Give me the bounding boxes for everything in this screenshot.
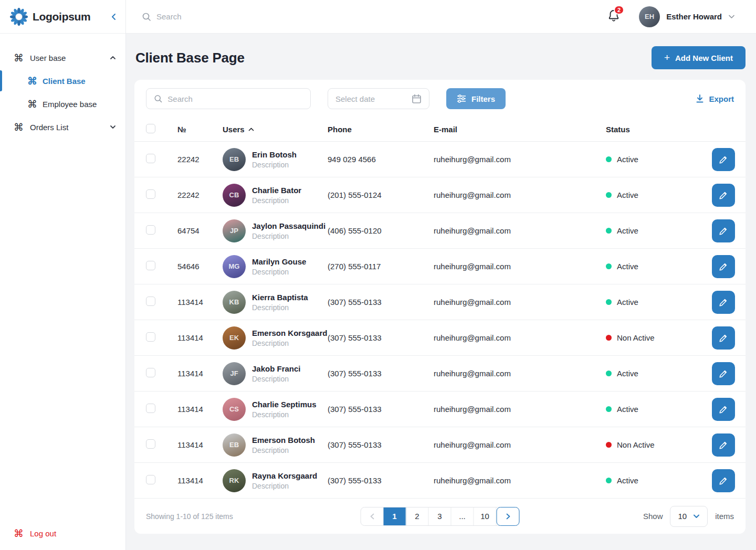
sidebar-item-label: Employee base [43, 100, 116, 109]
user-name: Emerson Korsgaard [252, 329, 327, 337]
row-checkbox[interactable] [146, 189, 155, 199]
row-checkbox[interactable] [146, 332, 155, 342]
edit-button[interactable] [712, 398, 735, 421]
page-button[interactable]: 1 [384, 507, 406, 525]
table-row: 113414CSCharlie SeptimusDescription(307)… [134, 392, 746, 427]
pagination-summary: Showing 1-10 of 125 items [146, 512, 233, 521]
row-id: 113414 [177, 298, 223, 306]
row-checkbox[interactable] [146, 297, 155, 306]
row-checkbox[interactable] [146, 475, 155, 484]
row-checkbox[interactable] [146, 154, 155, 163]
user-description: Description [252, 410, 317, 419]
sidebar-item-orders-list[interactable]: ⌘ Orders List [0, 115, 125, 139]
pencil-icon [719, 476, 728, 485]
edit-button[interactable] [712, 291, 735, 314]
column-header-users[interactable]: Users [223, 125, 328, 134]
table-row: 113414EBEmerson BotoshDescription(307) 5… [134, 427, 746, 463]
row-checkbox[interactable] [146, 225, 155, 235]
edit-button[interactable] [712, 433, 735, 457]
add-new-client-button[interactable]: + Add New Client [652, 46, 746, 69]
row-id: 113414 [177, 333, 223, 342]
export-button[interactable]: Export [696, 94, 734, 103]
filters-button[interactable]: Filters [446, 88, 506, 109]
topbar: 2 EH Esther Howard [126, 0, 756, 34]
email: ruheihurg@gmail.com [434, 226, 606, 235]
email: ruheihurg@gmail.com [434, 369, 606, 378]
page-size-select[interactable]: 10 [670, 506, 708, 527]
row-checkbox[interactable] [146, 368, 155, 377]
user-name: Erin Botosh [252, 150, 297, 159]
column-label: Users [223, 125, 245, 134]
phone: (406) 555-0120 [328, 226, 434, 235]
edit-button[interactable] [712, 469, 735, 492]
column-header-num[interactable]: № [177, 125, 223, 134]
avatar: EB [223, 433, 246, 457]
user-description: Description [252, 161, 297, 169]
edit-button[interactable] [712, 255, 735, 278]
avatar: CS [223, 398, 246, 421]
phone: (307) 555-0133 [328, 476, 434, 485]
column-header-email[interactable]: E-mail [434, 125, 606, 134]
date-picker[interactable]: Select date [328, 88, 429, 109]
row-checkbox[interactable] [146, 261, 155, 270]
edit-button[interactable] [712, 219, 735, 242]
user-description: Description [252, 232, 326, 240]
user-description: Description [252, 446, 315, 454]
user-description: Description [252, 482, 317, 490]
previous-page-button[interactable] [361, 507, 384, 525]
row-id: 54646 [177, 262, 223, 271]
sidebar-item-user-base[interactable]: ⌘ User base [0, 46, 125, 69]
avatar: JF [223, 362, 246, 385]
phone: (201) 555-0124 [328, 191, 434, 199]
avatar: EB [223, 148, 246, 171]
pagination: 123...10 [361, 507, 520, 526]
status-label: Non Active [617, 440, 655, 449]
global-search-input[interactable] [156, 12, 314, 21]
phone: (307) 555-0133 [328, 369, 434, 378]
table-search-input[interactable] [167, 94, 303, 103]
pencil-icon [719, 298, 728, 307]
user-name: Charlie Bator [252, 186, 301, 195]
chevron-down-icon [110, 125, 116, 129]
edit-button[interactable] [712, 362, 735, 385]
search-icon [154, 94, 162, 103]
status-dot [606, 442, 612, 448]
user-description: Description [252, 303, 308, 312]
pencil-icon [719, 333, 728, 343]
chevron-up-icon [110, 56, 116, 60]
sidebar-collapse-icon[interactable] [111, 13, 117, 20]
sidebar-item-employee-base[interactable]: ⌘ Employee base [0, 92, 125, 115]
page-button[interactable]: 10 [474, 507, 497, 525]
edit-button[interactable] [712, 326, 735, 350]
logo-row: Logoipsum [0, 0, 125, 34]
sidebar-item-client-base[interactable]: ⌘ Client Base [0, 69, 125, 92]
user-name: Charlie Septimus [252, 400, 317, 409]
next-page-button[interactable] [497, 507, 520, 526]
page-title: Client Base Page [135, 50, 245, 66]
edit-button[interactable] [712, 184, 735, 207]
avatar: RK [223, 469, 246, 492]
row-checkbox[interactable] [146, 404, 155, 413]
user-description: Description [252, 268, 306, 276]
avatar: JP [223, 219, 246, 242]
row-id: 64754 [177, 226, 223, 235]
column-header-phone[interactable]: Phone [328, 125, 434, 134]
row-id: 22242 [177, 155, 223, 164]
phone: (270) 555-0117 [328, 262, 434, 271]
page-button[interactable]: 2 [406, 507, 429, 525]
items-label: items [715, 512, 734, 521]
row-checkbox[interactable] [146, 439, 155, 449]
column-header-status[interactable]: Status [606, 125, 712, 134]
select-all-checkbox[interactable] [146, 124, 155, 133]
user-menu[interactable]: EH Esther Howard [639, 6, 735, 27]
active-indicator [0, 70, 2, 91]
command-icon: ⌘ [14, 121, 24, 133]
pencil-icon [719, 191, 728, 200]
table-row: 22242EBErin BotoshDescription949 029 456… [134, 142, 746, 177]
notifications-button[interactable]: 2 [607, 9, 620, 25]
sidebar-nav: ⌘ User base ⌘ Client Base ⌘ Employee bas… [0, 34, 125, 516]
page-button[interactable]: 3 [429, 507, 452, 525]
logout-button[interactable]: ⌘ Log out [0, 516, 125, 550]
edit-button[interactable] [712, 148, 735, 171]
filters-icon [457, 94, 466, 103]
